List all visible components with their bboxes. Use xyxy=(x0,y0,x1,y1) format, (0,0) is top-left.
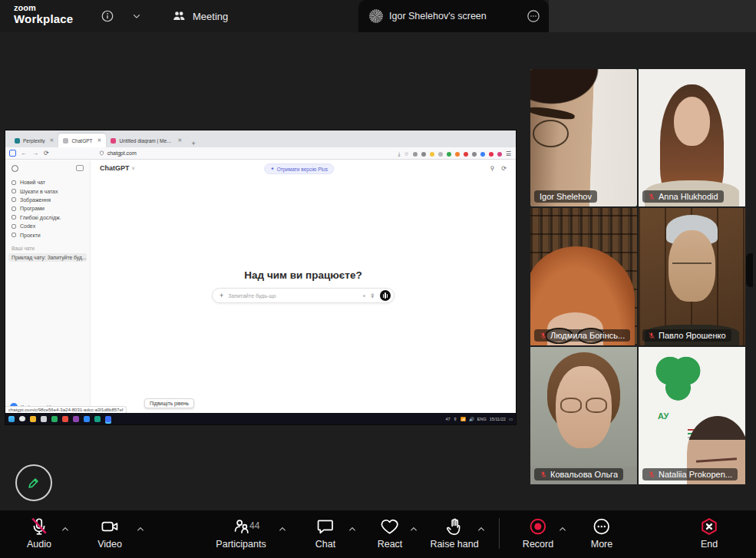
chat-button[interactable]: Chat xyxy=(315,517,335,550)
extension-icon xyxy=(464,152,468,157)
record-options-chevron[interactable] xyxy=(558,523,568,537)
browser-tab-perplexity: Perplexity ✕ xyxy=(10,134,58,147)
end-meeting-button[interactable]: End xyxy=(699,517,719,550)
taskbar-app-icon xyxy=(62,416,68,422)
raised-hand-icon xyxy=(444,517,464,537)
participant-tile-anna-hlukhodid[interactable]: Anna Hlukhodid xyxy=(639,69,745,206)
tab-close-icon: ✕ xyxy=(178,137,183,144)
perplexity-favicon xyxy=(15,138,20,144)
refresh-icon: ⟳ xyxy=(501,165,507,172)
input-dot-icon xyxy=(363,295,365,297)
toolbar-divider xyxy=(499,518,500,549)
voice-mode-button xyxy=(380,290,391,301)
audio-button[interactable]: Audio xyxy=(27,517,51,550)
participants-options-chevron[interactable] xyxy=(278,523,288,537)
back-icon: ← xyxy=(21,150,27,157)
audio-options-chevron[interactable] xyxy=(61,523,71,537)
participant-tile-nataliia-prokopenko[interactable]: АУ Nataliia Prokopen... xyxy=(639,347,745,484)
muted-mic-icon xyxy=(540,332,547,340)
search-icon xyxy=(12,189,16,193)
taskbar-app-icon xyxy=(30,416,36,422)
extension-icon xyxy=(421,152,426,157)
extension-icon xyxy=(480,152,485,157)
record-button[interactable]: Record xyxy=(523,517,553,550)
images-icon xyxy=(12,197,16,202)
meeting-tab-label: Meeting xyxy=(193,11,228,22)
participant-tile-kovalova-olha[interactable]: Ковальова Ольга xyxy=(530,347,637,484)
extension-icon xyxy=(472,152,477,157)
search-icon xyxy=(19,416,25,421)
video-button[interactable]: Video xyxy=(97,517,122,550)
new-chat-icon xyxy=(12,180,16,185)
record-icon xyxy=(528,517,548,537)
participant-video xyxy=(639,69,745,206)
muted-mic-icon xyxy=(29,517,49,537)
openai-logo-icon xyxy=(12,165,18,172)
extension-icon xyxy=(430,152,434,157)
muted-mic-icon xyxy=(648,471,655,479)
video-options-chevron[interactable] xyxy=(136,523,146,537)
raise-hand-options-chevron[interactable] xyxy=(477,523,487,537)
university-logo xyxy=(649,350,707,416)
mermaid-favicon xyxy=(111,138,116,144)
view-dropdown-chevron-icon[interactable] xyxy=(127,7,146,25)
shared-screen-video: Perplexity ✕ ChatGPT ✕ Untitled diagram … xyxy=(5,130,516,424)
more-button[interactable]: More xyxy=(591,517,612,550)
deep-research-icon xyxy=(12,215,16,220)
extension-icon xyxy=(497,152,502,157)
chatgpt-model-selector: ChatGPT˅ xyxy=(100,164,135,172)
participant-name-badge: Anna Hlukhodid xyxy=(642,190,724,203)
meeting-info-icon[interactable] xyxy=(98,7,117,25)
raise-hand-button[interactable]: Raise hand xyxy=(430,517,478,550)
tab-options-icon[interactable] xyxy=(526,8,541,24)
participant-tile-liudmyla-bohinska[interactable]: Людмила Богінсь... xyxy=(530,208,637,345)
muted-mic-icon xyxy=(540,471,547,479)
tray-clock: 15/11/22 xyxy=(490,417,506,421)
panel-resize-handle[interactable] xyxy=(746,253,753,287)
taskbar-app-icon xyxy=(41,416,47,422)
extension-icon xyxy=(489,152,494,157)
apps-icon xyxy=(12,206,16,211)
new-tab-icon: + xyxy=(191,140,195,147)
react-button[interactable]: React xyxy=(378,517,403,550)
sidebar-item-apps: Програми xyxy=(5,204,90,213)
chat-history-item: Приклад чату: Запитуйте буд... xyxy=(8,253,87,262)
meeting-tab[interactable]: Meeting xyxy=(163,0,236,32)
browser-tab-chatgpt: ChatGPT ✕ xyxy=(58,134,106,147)
tab-close-icon: ✕ xyxy=(97,137,102,144)
taskbar-active-app-icon xyxy=(105,416,111,422)
react-options-chevron[interactable] xyxy=(409,523,419,537)
firefox-view-icon xyxy=(9,150,16,157)
chatgpt-sidebar: Новий чат Шукати в чатах Зображення Прог… xyxy=(5,160,91,413)
browser-menu-icon: ☰ xyxy=(506,150,511,157)
chat-options-chevron[interactable] xyxy=(348,523,358,537)
shared-screen-tab[interactable]: Igor Shelehov's screen xyxy=(358,0,549,32)
projects-icon xyxy=(12,233,16,237)
participant-video xyxy=(530,347,637,484)
bookmark-icon: ☆ xyxy=(404,151,409,157)
sidebar-toggle-icon xyxy=(76,165,84,171)
meeting-stage: Perplexity ✕ ChatGPT ✕ Untitled diagram … xyxy=(0,32,756,510)
tray-language: ENG xyxy=(477,417,487,421)
taskbar-app-icon xyxy=(84,416,90,422)
participant-tile-pavlo-yaroshenko[interactable]: Павло Ярошенко xyxy=(639,208,745,345)
participant-video xyxy=(639,208,745,345)
url-text: chatgpt.com xyxy=(107,150,137,156)
chat-bubble-icon xyxy=(315,517,335,537)
sparkle-icon: ✦ xyxy=(270,166,274,172)
participants-icon xyxy=(231,517,251,537)
get-plus-pill: ✦ Отримати версію Plus xyxy=(264,163,334,174)
status-bar-url: chatgpt.com/c/98ce56e4-3a24-8031-adcc-a3… xyxy=(5,406,127,413)
sidebar-item-new-chat: Новий чат xyxy=(5,178,90,187)
participant-video: АУ xyxy=(639,347,745,484)
shared-screen-tab-label: Igor Shelehov's screen xyxy=(389,11,520,21)
muted-mic-icon xyxy=(648,193,655,201)
sidebar-item-codex: Codex xyxy=(5,222,90,230)
sidebar-item-images: Зображення xyxy=(5,196,90,204)
sidebar-item-projects: Проєкти xyxy=(5,230,90,239)
chatgpt-prompt-heading: Над чим ви працюєте? xyxy=(91,269,516,281)
chats-section-header: Ваші чати xyxy=(5,239,90,253)
forward-icon: → xyxy=(32,150,38,157)
participant-tile-igor-shelehov[interactable]: Igor Shelehov xyxy=(530,69,637,206)
annotate-button[interactable] xyxy=(15,464,52,501)
